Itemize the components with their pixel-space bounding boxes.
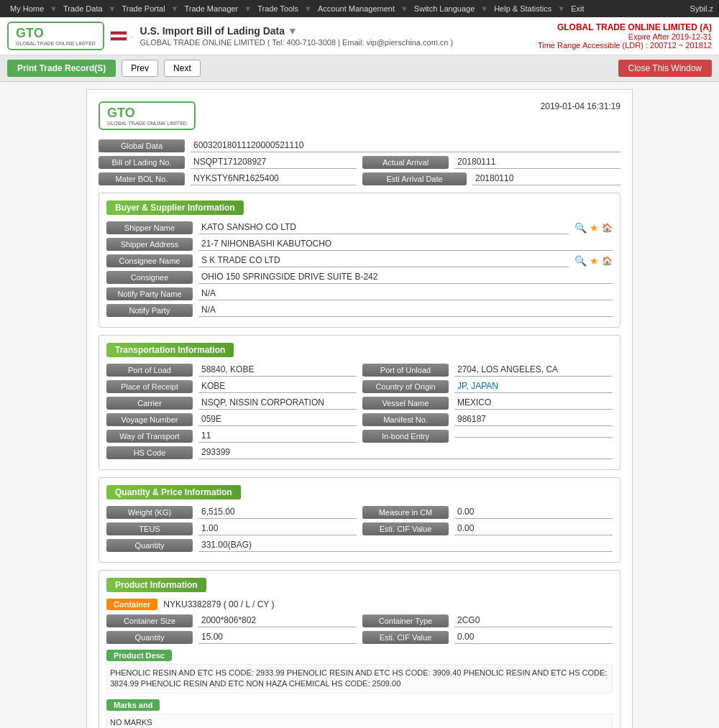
carrier-value: NSQP, NISSIN CORPORATION <box>198 396 357 410</box>
quantity-value: 331.00(BAG) <box>198 538 613 552</box>
next-button-top[interactable]: Next <box>164 60 201 77</box>
shipper-home-icon[interactable]: 🏠 <box>602 223 613 233</box>
notify-party-name-label: Notify Party Name <box>106 287 193 300</box>
voyage-col: Voyage Number 059E <box>106 413 357 426</box>
place-receipt-label: Place of Receipt <box>106 380 193 393</box>
nav-my-home[interactable]: My Home <box>6 3 48 14</box>
consignee-star-icon[interactable]: ★ <box>590 255 599 267</box>
global-data-value: 60032018011120000521110 <box>191 139 620 152</box>
vessel-name-col: Vessel Name MEXICO <box>362 396 613 410</box>
actual-arrival-value: 20180111 <box>454 155 620 169</box>
nav-trade-portal[interactable]: Trade Portal <box>117 3 169 14</box>
nav-switch-language[interactable]: Switch Language <box>410 3 479 14</box>
global-data-row: Global Data 60032018011120000521110 <box>99 139 620 152</box>
nav-trade-tools[interactable]: Trade Tools <box>253 3 303 14</box>
esti-arrival-label: Esti Arrival Date <box>362 172 467 185</box>
container-row: Container NYKU3382879 ( 00 / L / CY ) <box>106 598 613 611</box>
global-data-label: Global Data <box>99 139 185 152</box>
product-qty-col: Quantity 15.00 <box>106 630 357 644</box>
container-size-value: 2000*806*802 <box>198 614 357 627</box>
title-text: U.S. Import Bill of Lading Data <box>140 25 285 37</box>
consignee-name-label: Consignee Name <box>106 254 193 267</box>
product-cif-value: 0.00 <box>454 630 613 644</box>
close-button-top[interactable]: Close This Window <box>618 60 712 77</box>
marks-value: NO MARKS <box>106 714 613 728</box>
voyage-manifest-row: Voyage Number 059E Manifest No. 986187 <box>106 413 613 426</box>
port-load-value: 58840, KOBE <box>198 363 357 377</box>
manifest-col: Manifest No. 986187 <box>362 413 613 426</box>
way-transport-col: Way of Transport 11 <box>106 429 357 443</box>
port-unload-col: Port of Unload 2704, LOS ANGELES, CA <box>362 363 613 377</box>
shipper-address-value: 21-7 NIHONBASHI KABUTOCHO <box>198 237 613 251</box>
master-bol-col: Mater BOL No. NYKSTY6NR1625400 <box>99 172 357 185</box>
transport-bond-row: Way of Transport 11 In-bond Entry <box>106 429 613 443</box>
measure-value: 0.00 <box>454 505 613 519</box>
port-row: Port of Load 58840, KOBE Port of Unload … <box>106 363 613 377</box>
nav-account-management[interactable]: Account Management <box>313 3 399 14</box>
consignee-actions: 🔍 ★ 🏠 <box>574 255 613 267</box>
place-receipt-value: KOBE <box>198 379 357 393</box>
buyer-supplier-header: Buyer & Supplier Information <box>106 201 244 215</box>
logo-text: GTO <box>16 26 96 41</box>
port-unload-value: 2704, LOS ANGELES, CA <box>454 363 613 377</box>
teus-label: TEUS <box>106 522 193 535</box>
container-size-type-row: Container Size 2000*806*802 Container Ty… <box>106 614 613 627</box>
consignee-search-icon[interactable]: 🔍 <box>574 255 587 267</box>
shipper-address-label: Shipper Address <box>106 238 193 251</box>
in-bond-value <box>454 434 613 438</box>
bol-col: Bill of Lading No. NSQPT171208927 <box>99 155 357 169</box>
shipper-star-icon[interactable]: ★ <box>590 222 599 234</box>
shipper-name-label: Shipper Name <box>106 221 193 234</box>
country-origin-value: JP, JAPAN <box>454 379 613 393</box>
consignee-label: Consignee <box>106 271 193 284</box>
measure-label: Measure in CM <box>362 506 449 519</box>
header-sub-info: GLOBAL TRADE ONLINE LIMITED ( Tel: 400-7… <box>140 38 538 47</box>
top-navigation: My Home ▼ Trade Data ▼ Trade Portal ▼ Tr… <box>0 0 719 17</box>
manifest-value: 986187 <box>454 413 613 426</box>
vessel-name-label: Vessel Name <box>362 397 449 410</box>
nav-exit[interactable]: Exit <box>567 3 588 14</box>
card-timestamp: 2019-01-04 16:31:19 <box>541 101 620 111</box>
marks-area: Marks and NO MARKS <box>106 699 613 728</box>
header-account-info: GLOBAL TRADE ONLINE LIMITED (A) Expire A… <box>538 22 712 50</box>
time-range: Time Range Accessible (LDR) : 200712 ~ 2… <box>538 41 712 50</box>
teus-cif-row: TEUS 1.00 Esti. CIF Value 0.00 <box>106 522 613 535</box>
bol-label: Bill of Lading No. <box>99 156 185 169</box>
container-button[interactable]: Container <box>106 599 157 610</box>
shipper-name-value: KATO SANSHO CO LTD <box>198 221 569 234</box>
master-bol-value: NYKSTY6NR1625400 <box>191 172 357 185</box>
shipper-search-icon[interactable]: 🔍 <box>574 222 587 234</box>
container-size-label: Container Size <box>106 614 193 627</box>
nav-trade-manager[interactable]: Trade Manager <box>180 3 242 14</box>
buyer-supplier-section: Buyer & Supplier Information Shipper Nam… <box>99 193 620 328</box>
nav-help-statistics[interactable]: Help & Statistics <box>490 3 556 14</box>
container-type-label: Container Type <box>362 614 449 627</box>
actual-arrival-col: Actual Arrival 20180111 <box>362 155 620 169</box>
measure-col: Measure in CM 0.00 <box>362 505 613 519</box>
nav-trade-data[interactable]: Trade Data <box>59 3 107 14</box>
consignee-name-value: S K TRADE CO LTD <box>198 254 569 267</box>
product-qty-label: Quantity <box>106 631 193 644</box>
notify-party-row: Notify Party N/A <box>106 303 613 317</box>
product-qty-value: 15.00 <box>198 630 357 644</box>
carrier-vessel-row: Carrier NSQP, NISSIN CORPORATION Vessel … <box>106 396 613 410</box>
port-load-col: Port of Load 58840, KOBE <box>106 363 357 377</box>
record-card: GTO GLOBAL TRADE ONLINE LIMITED 2019-01-… <box>86 89 633 728</box>
product-desc-button[interactable]: Product Desc <box>106 650 172 661</box>
print-button-top[interactable]: Print Trade Record(S) <box>7 60 116 77</box>
nav-user: Sybil.z <box>690 4 713 13</box>
quantity-label: Quantity <box>106 539 193 552</box>
title-dropdown-icon[interactable]: ▼ <box>288 25 298 37</box>
product-cif-label: Esti. CIF Value <box>362 631 449 644</box>
way-transport-value: 11 <box>198 429 357 443</box>
prev-button-top[interactable]: Prev <box>122 60 158 77</box>
receipt-origin-row: Place of Receipt KOBE Country of Origin … <box>106 379 613 393</box>
port-unload-label: Port of Unload <box>362 364 449 377</box>
marks-button[interactable]: Marks and <box>106 699 160 711</box>
consignee-home-icon[interactable]: 🏠 <box>602 256 613 266</box>
weight-col: Weight (KG) 6,515.00 <box>106 505 357 519</box>
weight-value: 6,515.00 <box>198 505 357 519</box>
page-main-title: U.S. Import Bill of Lading Data ▼ <box>140 25 538 37</box>
master-bol-label: Mater BOL No. <box>99 172 185 185</box>
weight-measure-row: Weight (KG) 6,515.00 Measure in CM 0.00 <box>106 505 613 519</box>
